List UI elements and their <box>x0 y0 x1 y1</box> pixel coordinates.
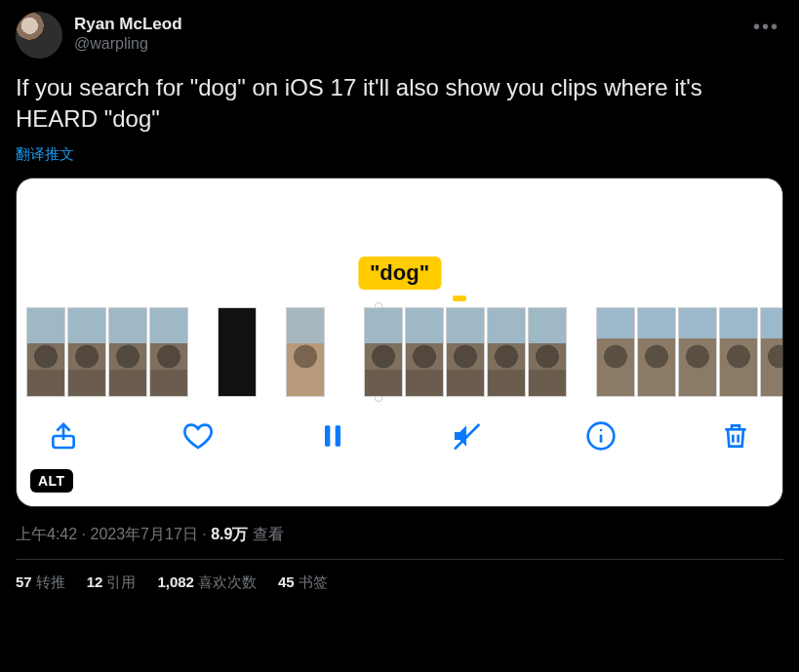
clip-frame <box>26 307 65 397</box>
search-tag: "dog" <box>358 257 441 290</box>
clip-frame <box>67 307 106 397</box>
clip-group-2[interactable] <box>218 307 257 397</box>
clip-frame <box>149 307 188 397</box>
media-toolbar <box>17 397 782 455</box>
author-names[interactable]: Ryan McLeod @warpling <box>74 14 182 54</box>
svg-rect-1 <box>325 425 330 446</box>
clip-frame <box>596 307 635 397</box>
bookmarks-stat[interactable]: 45书签 <box>278 573 328 592</box>
clip-frame <box>719 307 758 397</box>
clip-frame <box>405 307 444 397</box>
clip-frame <box>218 307 257 397</box>
tweet-stats: 57转推 12引用 1,082喜欢次数 45书签 <box>16 573 783 602</box>
display-name: Ryan McLeod <box>74 14 182 34</box>
tweet-text: If you search for "dog" on iOS 17 it'll … <box>16 72 783 136</box>
clip-group-3[interactable] <box>286 307 325 397</box>
clip-strip <box>17 307 782 397</box>
clip-group-1[interactable] <box>26 307 188 397</box>
divider <box>16 559 783 560</box>
quotes-stat[interactable]: 12引用 <box>87 573 137 592</box>
handle: @warpling <box>74 34 182 54</box>
search-tag-tick <box>453 296 466 301</box>
tweet-meta: 上午4:42 · 2023年7月17日 · 8.9万 查看 <box>16 525 783 545</box>
clip-frame <box>760 307 783 397</box>
info-icon[interactable] <box>581 416 620 455</box>
media-top: "dog" <box>17 178 782 307</box>
pause-icon[interactable] <box>313 416 352 455</box>
svg-rect-2 <box>335 425 340 446</box>
trash-icon[interactable] <box>716 416 755 455</box>
clip-frame <box>528 307 567 397</box>
meta-date[interactable]: 2023年7月17日 <box>90 526 197 542</box>
alt-badge[interactable]: ALT <box>30 469 73 493</box>
avatar[interactable] <box>16 12 62 59</box>
clip-frame <box>678 307 717 397</box>
clip-frame <box>637 307 676 397</box>
clip-frame <box>487 307 526 397</box>
tweet-header: Ryan McLeod @warpling ••• <box>16 12 783 59</box>
clip-frame <box>286 307 325 397</box>
clip-frame <box>108 307 147 397</box>
clip-frame <box>446 307 485 397</box>
retweets-stat[interactable]: 57转推 <box>16 573 65 592</box>
clip-group-4[interactable] <box>364 307 567 397</box>
svg-point-6 <box>600 428 603 431</box>
heart-icon[interactable] <box>179 416 218 455</box>
translate-link[interactable]: 翻译推文 <box>16 145 783 164</box>
views-count: 8.9万 <box>211 526 248 542</box>
clip-frame <box>364 307 403 397</box>
more-icon[interactable]: ••• <box>749 12 783 42</box>
clip-group-5[interactable] <box>596 307 783 397</box>
mute-icon[interactable] <box>447 416 486 455</box>
meta-time[interactable]: 上午4:42 <box>16 526 77 542</box>
media-card[interactable]: "dog" <box>16 178 783 507</box>
likes-stat[interactable]: 1,082喜欢次数 <box>157 573 257 592</box>
share-icon[interactable] <box>44 416 83 455</box>
views-label: 查看 <box>248 526 283 542</box>
tweet-container: Ryan McLeod @warpling ••• If you search … <box>0 0 799 602</box>
